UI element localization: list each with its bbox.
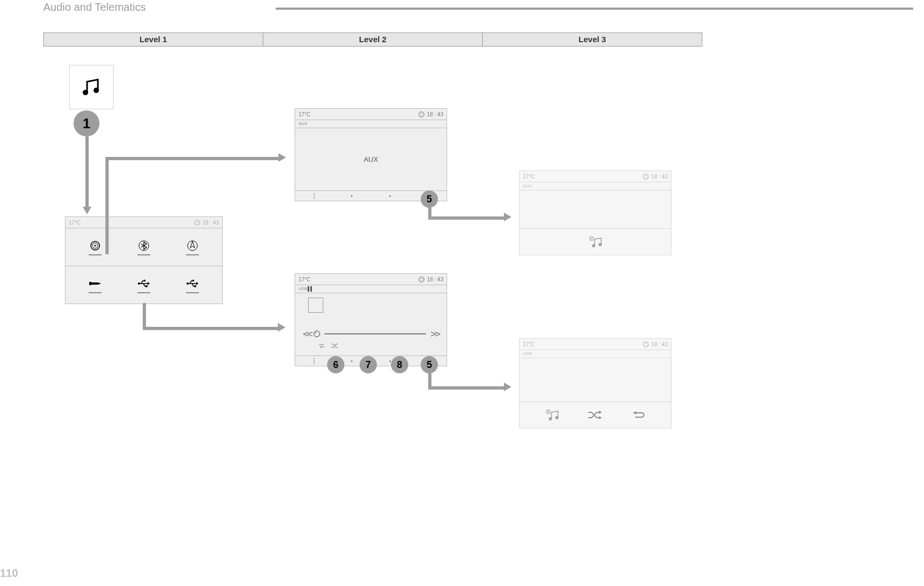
arrow-line bbox=[428, 386, 504, 390]
usb-tag: USB bbox=[520, 350, 671, 358]
svg-marker-9 bbox=[98, 282, 101, 285]
screen-usb-settings: 17°C 18 : 43 USB bbox=[519, 338, 672, 429]
svg-rect-20 bbox=[310, 286, 312, 292]
status-temp: 17°C bbox=[69, 220, 81, 226]
screen-aux-settings: 17°C 18 : 43 AUX bbox=[519, 170, 672, 255]
aux-tag: AUX bbox=[295, 120, 447, 128]
arrow-line bbox=[143, 303, 146, 330]
source-usb1-icon bbox=[137, 277, 150, 293]
svg-rect-11 bbox=[144, 280, 145, 281]
shuffle-icon bbox=[588, 410, 602, 420]
level-1-header: Level 1 bbox=[44, 33, 263, 46]
status-time: 18 : 43 bbox=[427, 111, 443, 117]
svg-point-0 bbox=[83, 90, 88, 95]
status-temp: 17°C bbox=[523, 341, 535, 347]
status-temp: 17°C bbox=[523, 174, 535, 180]
callout-8: 8 bbox=[391, 356, 408, 373]
progress-track bbox=[324, 333, 427, 334]
arrow-head-right bbox=[504, 383, 511, 391]
gear-icon bbox=[643, 174, 649, 180]
arrow-head-right bbox=[504, 213, 511, 221]
status-temp: 17°C bbox=[298, 111, 310, 117]
status-time: 18 : 43 bbox=[651, 174, 668, 180]
aux-tag: AUX bbox=[520, 182, 671, 190]
screen-source-select: 17°C 18 : 43 bbox=[65, 216, 223, 304]
svg-point-18 bbox=[599, 243, 602, 246]
arrow-head-down bbox=[83, 207, 91, 214]
svg-point-13 bbox=[187, 282, 189, 285]
svg-rect-7 bbox=[89, 282, 91, 285]
arrow-line bbox=[428, 216, 504, 220]
callout-1: 1 bbox=[74, 110, 99, 136]
pause-icon bbox=[307, 286, 313, 292]
svg-point-22 bbox=[549, 417, 552, 420]
audio-settings-icon bbox=[545, 409, 559, 421]
source-aux-jack-icon bbox=[89, 277, 102, 293]
header-rule bbox=[276, 8, 913, 10]
svg-rect-19 bbox=[308, 286, 309, 292]
page-number: 110 bbox=[0, 567, 18, 580]
screen-usb: 17°C 18 : 43 USB << >> bbox=[295, 273, 447, 366]
dot-icon bbox=[389, 195, 391, 197]
status-time: 18 : 43 bbox=[427, 276, 443, 282]
callout-6: 6 bbox=[327, 356, 344, 373]
arrow-head-right bbox=[278, 153, 286, 162]
music-note-icon bbox=[81, 76, 102, 98]
svg-point-12 bbox=[145, 285, 148, 287]
source-usb2-icon bbox=[186, 277, 199, 293]
next-icon: >> bbox=[430, 328, 439, 339]
section-title: Audio and Telematics bbox=[43, 1, 146, 14]
aux-center-label: AUX bbox=[364, 155, 378, 163]
svg-rect-14 bbox=[192, 280, 194, 281]
repeat-mini-icon bbox=[318, 343, 325, 349]
audio-settings-icon bbox=[588, 236, 602, 248]
arrow-line bbox=[105, 157, 109, 254]
level-2-header: Level 2 bbox=[263, 33, 483, 46]
status-time: 18 : 43 bbox=[651, 341, 668, 347]
gear-icon bbox=[194, 220, 200, 226]
prev-icon: << bbox=[303, 328, 311, 339]
gear-icon bbox=[418, 111, 424, 117]
media-mode-tile bbox=[69, 65, 114, 109]
arrow-line bbox=[85, 136, 89, 207]
arrow-line bbox=[143, 327, 278, 330]
svg-point-6 bbox=[188, 241, 197, 251]
level-3-header: Level 3 bbox=[483, 33, 702, 46]
svg-point-10 bbox=[138, 282, 140, 285]
source-nav-icon bbox=[186, 239, 199, 255]
callout-5b: 5 bbox=[421, 356, 438, 373]
usb-tag: USB bbox=[298, 285, 307, 293]
menu-icon bbox=[314, 358, 315, 364]
dot-icon bbox=[351, 195, 353, 197]
svg-rect-8 bbox=[91, 282, 98, 285]
gear-icon bbox=[418, 276, 424, 282]
source-bluetooth-icon bbox=[137, 239, 150, 255]
source-disc-icon bbox=[89, 239, 102, 255]
callout-7: 7 bbox=[360, 356, 377, 373]
callout-5: 5 bbox=[421, 190, 438, 208]
level-header: Level 1 Level 2 Level 3 bbox=[43, 32, 702, 47]
dot-icon bbox=[351, 360, 353, 362]
arrow-line bbox=[105, 157, 278, 160]
svg-point-17 bbox=[592, 244, 595, 247]
screen-aux: 17°C 18 : 43 AUX AUX bbox=[295, 108, 447, 201]
svg-point-15 bbox=[194, 285, 196, 287]
arrow-head-right bbox=[278, 323, 285, 332]
dot-icon bbox=[389, 360, 391, 362]
svg-point-4 bbox=[95, 245, 96, 246]
album-art-placeholder bbox=[308, 298, 323, 313]
page: Audio and Telematics 110 Level 1 Level 2… bbox=[0, 0, 924, 586]
svg-point-1 bbox=[94, 88, 99, 93]
gear-icon bbox=[643, 341, 649, 347]
status-temp: 17°C bbox=[298, 276, 310, 282]
menu-icon bbox=[314, 193, 315, 199]
shuffle-mini-icon bbox=[331, 343, 338, 349]
svg-point-23 bbox=[555, 416, 559, 419]
repeat-icon bbox=[630, 410, 646, 420]
status-time: 18 : 43 bbox=[202, 220, 219, 226]
